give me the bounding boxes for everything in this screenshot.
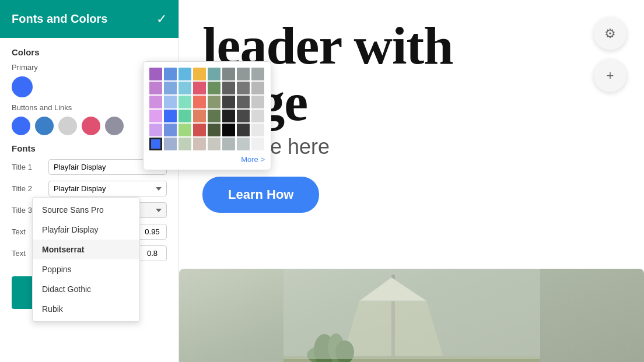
color-cell[interactable] <box>222 110 235 122</box>
swatch-pink[interactable] <box>82 117 100 135</box>
font-option-rubik[interactable]: Rubik <box>33 299 139 319</box>
color-cell[interactable] <box>251 110 264 122</box>
font-option-source-sans[interactable]: Source Sans Pro <box>33 200 139 220</box>
preview-area: leader with nage r subtitle here Learn H… <box>179 0 644 362</box>
color-cell[interactable] <box>178 96 191 108</box>
color-cell[interactable] <box>149 68 162 80</box>
lamp-svg <box>284 269 540 362</box>
color-cell[interactable] <box>251 138 264 150</box>
color-cell[interactable] <box>251 82 264 94</box>
color-cell[interactable] <box>237 138 250 150</box>
color-cell[interactable] <box>222 138 235 150</box>
color-picker-popup: More > <box>143 61 271 170</box>
color-cell[interactable] <box>193 96 206 108</box>
color-cell[interactable] <box>149 96 162 108</box>
color-cell[interactable] <box>237 124 250 136</box>
color-cell[interactable] <box>222 96 235 108</box>
color-cell[interactable] <box>193 82 206 94</box>
color-cell[interactable] <box>178 124 191 136</box>
swatch-steel[interactable] <box>35 117 54 135</box>
color-cell[interactable] <box>237 110 250 122</box>
color-cell[interactable] <box>164 110 177 122</box>
color-cell[interactable] <box>178 82 191 94</box>
font-option-montserrat[interactable]: Montserrat <box>33 240 139 259</box>
color-cell[interactable] <box>208 96 220 108</box>
primary-color-swatch[interactable] <box>12 76 33 97</box>
color-picker-more-link[interactable]: More > <box>149 155 265 164</box>
color-grid <box>149 68 265 150</box>
swatch-gray[interactable] <box>58 117 77 135</box>
add-button[interactable]: + <box>594 59 626 92</box>
color-cell[interactable] <box>251 96 264 108</box>
hero-cta-button[interactable]: Learn How <box>202 177 319 213</box>
lamp-background <box>179 269 644 362</box>
color-cell[interactable] <box>237 82 250 94</box>
title2-font-select[interactable]: Playfair Display Montserrat Source Sans … <box>48 181 167 196</box>
color-cell[interactable] <box>149 124 162 136</box>
font-option-didact[interactable]: Didact Gothic <box>33 279 139 299</box>
swatch-dark-gray[interactable] <box>105 117 124 135</box>
text1-size-input[interactable] <box>138 224 167 240</box>
color-cell[interactable] <box>208 82 220 94</box>
confirm-button[interactable]: ✓ <box>156 12 167 27</box>
color-cell[interactable] <box>208 138 220 150</box>
color-cell[interactable] <box>164 96 177 108</box>
sidebar-title: Fonts and Colors <box>12 12 107 26</box>
color-cell[interactable] <box>222 82 235 94</box>
color-cell[interactable] <box>222 124 235 136</box>
title2-row: Title 2 Playfair Display Montserrat Sour… <box>12 181 167 196</box>
color-cell[interactable] <box>149 82 162 94</box>
text2-size-input[interactable] <box>138 245 167 261</box>
color-cell[interactable] <box>222 68 235 80</box>
color-cell[interactable] <box>208 124 220 136</box>
floating-buttons-container: ⚙ + <box>594 17 626 92</box>
color-cell[interactable] <box>149 110 162 122</box>
title1-label: Title 1 <box>12 163 44 171</box>
colors-section-label: Colors <box>12 47 167 57</box>
gear-icon: ⚙ <box>604 26 616 41</box>
color-cell[interactable] <box>164 68 177 80</box>
color-cell[interactable] <box>178 138 191 150</box>
font-option-playfair[interactable]: Playfair Display <box>33 220 139 240</box>
color-cell[interactable] <box>193 124 206 136</box>
color-cell[interactable] <box>237 68 250 80</box>
color-cell[interactable] <box>164 82 177 94</box>
lamp-image <box>179 269 644 362</box>
color-cell[interactable] <box>208 68 220 80</box>
color-cell[interactable] <box>237 96 250 108</box>
sidebar-header: Fonts and Colors ✓ <box>0 0 178 38</box>
settings-button[interactable]: ⚙ <box>594 17 626 50</box>
color-cell[interactable] <box>164 138 177 150</box>
swatch-blue[interactable] <box>12 117 30 135</box>
color-cell[interactable] <box>251 124 264 136</box>
plus-icon: + <box>607 68 614 83</box>
color-cell[interactable] <box>193 68 206 80</box>
color-cell[interactable] <box>208 110 220 122</box>
color-cell[interactable] <box>164 124 177 136</box>
color-cell[interactable] <box>193 138 206 150</box>
color-cell[interactable] <box>178 110 191 122</box>
font-option-poppins[interactable]: Poppins <box>33 259 139 279</box>
color-cell[interactable] <box>193 110 206 122</box>
font-dropdown-menu: Source Sans Pro Playfair Display Montser… <box>32 197 140 322</box>
svg-rect-8 <box>284 269 540 359</box>
title2-label: Title 2 <box>12 184 44 193</box>
color-cell[interactable] <box>178 68 191 80</box>
color-cell[interactable] <box>251 68 264 80</box>
color-cell-selected[interactable] <box>149 138 162 150</box>
